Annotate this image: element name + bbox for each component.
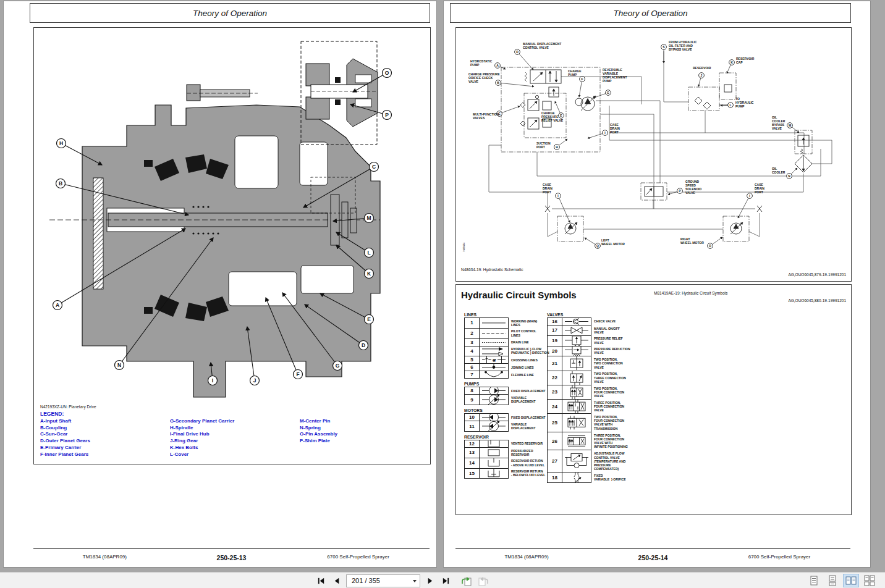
legend-item: K-Hex Bolts (170, 445, 300, 452)
symbol-number: 13 (464, 447, 480, 458)
symbol-number: 2 (464, 328, 480, 339)
orifice-symbol-icon (562, 472, 591, 483)
symbol-description: PRESSURE REDUCTION VALVE (594, 347, 630, 355)
symbol-row: 23 TWO POSITION, FOUR CONNECTION VALVE (547, 385, 726, 400)
continuous-page-icon (826, 575, 839, 586)
symbol-description: HYDRAULIC } FLOW PNEUMATIC } DIRECTION (511, 347, 549, 355)
right-page-header: Theory of Operation (450, 3, 851, 23)
svg-text:K: K (367, 271, 371, 277)
svg-text:J: J (253, 377, 256, 384)
last-page-button[interactable] (439, 574, 452, 587)
view-mode-continuous[interactable] (824, 574, 841, 587)
first-page-button[interactable] (314, 574, 328, 587)
legend-column: A-Input ShaftB-CouplingC-Sun-GearD-Outer… (40, 418, 170, 458)
symbols-doc-code: AG,OUO6045,880-19-19991201 (788, 298, 846, 303)
symbol-row: 20 PRESSURE REDUCTION VALVE (547, 346, 726, 357)
legend-item: P-Shim Plate (300, 438, 337, 445)
footer-page-number: 250-25-14 (598, 554, 708, 561)
symbol-number: 1 (464, 317, 480, 329)
symbol-number: 20 (547, 346, 562, 357)
symbol-description: WORKING (MAIN) LINES (511, 319, 537, 327)
svg-text:E: E (367, 316, 371, 322)
previous-page-button[interactable] (330, 574, 344, 587)
symbol-row: 21 TWO POSITION, TWO CONNECTION VALVE (547, 356, 726, 371)
svg-text:F: F (296, 371, 299, 377)
symbol-description: RESERVOIR RETURN - ABOVE FLUID LEVEL (511, 459, 544, 466)
next-view-button[interactable] (476, 574, 489, 587)
symbol-description: TWO POSITION, FOUR CONNECTION VALVE (594, 387, 624, 398)
schematic-doc-code: AG,OUO6045,879-19-19991201 (788, 272, 846, 277)
page-indicator[interactable]: 201 / 355 (346, 574, 420, 587)
v34i-symbol-icon (562, 432, 591, 451)
svg-text:C: C (372, 164, 376, 170)
symbol-number: 14 (464, 458, 480, 469)
single-page-icon (808, 575, 820, 586)
schematic-label: MULTI-FUNCTIONVALVES (473, 112, 499, 120)
planetary-drive-diagram: HBANIJFGDEKLMCOP (34, 28, 429, 401)
flow-symbol-icon (480, 346, 509, 357)
schematic-label: CASEDRAINPORT (610, 123, 620, 134)
facing-continuous-icon (863, 575, 876, 586)
symbol-row: 17 MANUAL ON/OFF VALVE (547, 325, 726, 336)
svg-text:K: K (730, 61, 733, 64)
svg-text:H: H (59, 140, 63, 146)
schematic-label: HYDROSTATICPUMP (470, 59, 493, 67)
right-page-footer: TM1834 (08APR09) 250-25-14 6700 Self-Pro… (455, 554, 850, 561)
schematic-caption: N48634-19: Hydrostatic Schematic (461, 267, 523, 272)
schematic-label: OILCOOLER (772, 167, 785, 174)
schematic-label: MANUAL DISPLACEMENTCONTROL VALVE (523, 42, 561, 49)
symbol-number: 17 (547, 325, 562, 336)
symbol-description: THREE POSITION, FOUR CONNECTION VALVE (594, 401, 624, 413)
legend-item: J-Ring Gear (170, 438, 300, 445)
svg-text:M: M (789, 124, 791, 127)
svg-text:A: A (56, 302, 59, 308)
svg-text:J: J (701, 74, 703, 77)
v22-symbol-icon (562, 356, 591, 371)
footer-model: 6700 Self-Propelled Sprayer (708, 554, 850, 561)
previous-view-icon (461, 576, 473, 586)
symbol-description: VARIABLE DISPLACEMENT (511, 422, 535, 430)
main-symbol-icon (480, 317, 509, 329)
symbol-row: 19 PRESSURE RELIEF VALVE (547, 335, 726, 346)
page-indicator-value: 201 / 355 (352, 577, 380, 584)
symbol-description: PILOT CONTROL LINES (511, 329, 536, 337)
next-page-icon (425, 576, 434, 586)
pilot-symbol-icon (480, 328, 509, 339)
symbols-column-right: VALVES16 CHECK VALVE17 MANUAL ON/OFF VAL… (547, 309, 726, 483)
symbol-description: TWO POSITION, FOUR CONNECTION VALVE WITH… (594, 415, 624, 430)
legend-item: A-Input Shaft (40, 418, 170, 425)
symbol-number: 18 (547, 472, 562, 483)
symbol-number: 22 (547, 371, 562, 385)
symbol-number: 11 (464, 421, 480, 432)
symbol-row: 24 THREE POSITION, FOUR CONNECTION VALVE (547, 399, 726, 414)
resa-symbol-icon (480, 458, 509, 469)
legend: A-Input ShaftB-CouplingC-Sun-GearD-Outer… (40, 418, 423, 458)
next-page-button[interactable] (423, 574, 436, 587)
hydrostatic-schematic-diagram: N48634 DMANUAL DISPLACEMENTCONTROL VALVE… (456, 28, 850, 266)
symbol-description: PRESSURIZED RESERVOIR (511, 449, 533, 456)
symbol-number: 9 (464, 394, 480, 405)
view-mode-facing-continuous[interactable] (862, 574, 878, 587)
symbol-description: MANUAL ON/OFF VALVE (594, 327, 620, 334)
svg-text:O: O (385, 70, 389, 76)
symbols-subtitle: M81419AE-19: Hydraulic Circuit Symbols (654, 291, 727, 295)
schematic-label: SUCTIONPORT (536, 141, 551, 149)
footer-model: 6700 Self-Propelled Sprayer (287, 554, 430, 561)
view-mode-facing[interactable] (843, 574, 859, 587)
last-page-icon (441, 576, 451, 586)
figure-id-vertical: N48634 (462, 242, 465, 251)
legend-item: C-Sun-Gear (40, 431, 170, 438)
symbol-row: 22 TWO POSITION, THREE CONNECTION VALVE (547, 371, 726, 385)
footer-manual-id: TM1834 (08APR09) (455, 554, 598, 561)
symbol-description: CHECK VALVE (594, 319, 616, 323)
view-mode-single-page[interactable] (806, 574, 822, 587)
symbol-row: 27 ADJUSTABLE FLOW CONTROL VALVE (TEMPER… (547, 450, 726, 472)
symbol-description: CROSSING LINES (511, 358, 538, 362)
symbol-row: 25 TWO POSITION, FOUR CONNECTION VALVE W… (547, 413, 726, 432)
legend-item: B-Coupling (40, 425, 170, 432)
previous-view-button[interactable] (460, 574, 473, 587)
symbol-description: VARIABLE DISPLACEMENT (511, 396, 535, 403)
symbol-description: ADJUSTABLE FLOW CONTROL VALVE (TEMPERATU… (594, 452, 625, 471)
schematic-label: CASEDRAINPORT (543, 183, 553, 194)
svg-text:L: L (367, 250, 370, 256)
